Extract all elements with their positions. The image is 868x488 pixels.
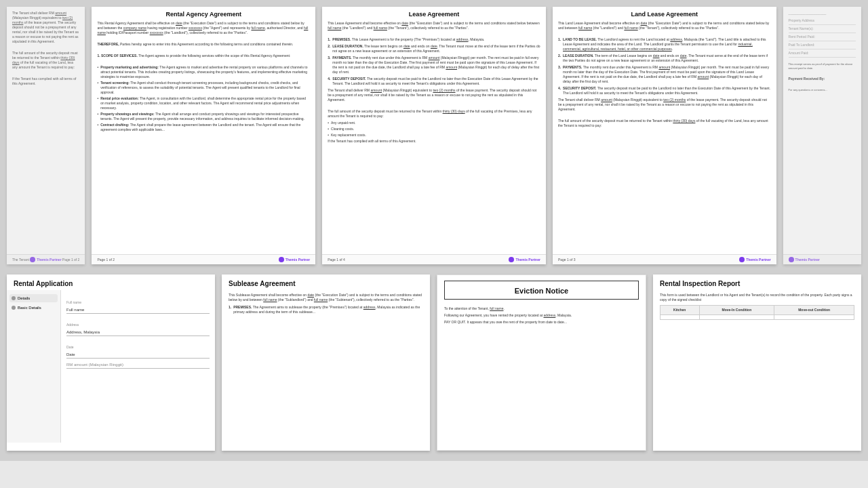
partial-left-footer: The Tenant Themis Partner Page 1 of 2 (7, 254, 85, 264)
field-label-3: Rent Period Paid: (789, 35, 815, 39)
main-area: The Tenant shall deliver RM amount (Mala… (0, 0, 868, 488)
partial-left-page: The Tenant (12, 258, 29, 262)
logo-text-3: Themis Partner (515, 258, 540, 262)
rental-agency-body: This Rental Agency Agreement shall be ef… (97, 21, 310, 132)
field-label-5: Amount Paid: (789, 51, 809, 56)
partial-card-left: The Tenant shall deliver RM amount (Mala… (7, 7, 85, 264)
eviction-notice-card: Eviction Notice To the attention of the … (437, 274, 646, 451)
rental-application-card: Rental Application Details Basic Details (7, 274, 215, 451)
field-label-address: Address (66, 323, 79, 327)
field-paid-to: Paid To Landlord: (789, 41, 856, 49)
eviction-notice-title: Eviction Notice (515, 287, 568, 295)
field-label-fullname: Full name (66, 300, 81, 304)
rental-inspection-card: Rental Inspection Report This form is us… (653, 274, 861, 451)
logo-icon (30, 257, 35, 262)
field-fullname: Full name Full name (66, 294, 210, 314)
lease-section-1: 1.PREMISES. This Lease Agreement is for … (328, 37, 540, 42)
field-property-address: Property Address (789, 17, 856, 25)
rental-app-form: Full name Full name Address Address, Mal… (61, 290, 215, 443)
rental-agency-card: Rental Agency Agreement This Rental Agen… (92, 7, 315, 264)
rental-agency-logo: Themis Partner (279, 257, 310, 262)
land-lease-card: Land Lease Agreement This Land Lease Agr… (553, 7, 776, 264)
land-lease-footer: Page 1 of 3 Themis Partner (553, 254, 776, 264)
rental-application-title: Rental Application (7, 274, 215, 290)
partial-right-body: ____________________ Property Address Te… (789, 11, 856, 92)
sidebar-item-details[interactable]: Details (9, 294, 58, 302)
field-amount: RM amount (Malaysian Ringgit) (66, 361, 210, 369)
bullet-screening: Tenant screening: The Agent shall conduc… (97, 81, 310, 95)
table-cell (774, 315, 854, 320)
lease-bullet-2: Cleaning costs. (328, 127, 540, 131)
top-row: The Tenant shall deliver RM amount (Mala… (0, 0, 868, 271)
table-row (660, 315, 854, 320)
logo-text-2: Themis Partner (285, 258, 310, 262)
field-label-2: Tenant Name(s): (789, 26, 814, 31)
rental-inspection-body: This form is used between the Landlord o… (653, 290, 861, 325)
land-lease-pagenum: Page 1 of 3 (558, 258, 576, 262)
land-lease-body: This Land Lease Agreement shall become e… (558, 21, 771, 128)
partial-right-logo: Themis Partner (789, 257, 820, 262)
land-section-3: 3.PAYMENTS. The monthly rent due under t… (558, 65, 771, 84)
receipt-fields: Property Address Tenant Name(s): Rent Pe… (789, 17, 856, 58)
sidebar-label-basic: Basic Details (18, 306, 41, 310)
partial-card-right: ____________________ Property Address Te… (783, 7, 861, 264)
lease-logo: Themis Partner (509, 257, 540, 262)
field-rent-period: Rent Period Paid: (789, 33, 856, 41)
lease-footer: Page 1 of 4 Themis Partner (322, 254, 546, 264)
bullet-pricing: Rental price evaluation: The Agent, in c… (97, 96, 310, 110)
eviction-title-box: Eviction Notice (444, 281, 639, 300)
field-value-address: Address, Malaysia (66, 329, 210, 336)
bullet-showings: Property showings and viewings: The Agen… (97, 112, 310, 121)
sublease-title: Sublease Agreement (222, 274, 430, 290)
land-lease-title: Land Lease Agreement (558, 11, 771, 18)
field-label-date: Date (66, 345, 74, 349)
field-value-date: Date (66, 351, 210, 359)
lease-agreement-title: Lease Agreement (328, 11, 540, 18)
field-value-amount: RM amount (Malaysian Ringgit) (66, 361, 210, 369)
field-tenant-name: Tenant Name(s): (789, 25, 856, 33)
bullet-contract: Contract drafting: The Agent shall prepa… (97, 123, 310, 132)
partial-left-content: The Tenant shall deliver RM amount (Mala… (7, 7, 85, 254)
field-label-1: Property Address (789, 18, 814, 23)
rental-agency-footer: Page 1 of 2 Themis Partner (92, 254, 315, 264)
lease-agreement-card: Lease Agreement This Lease Agreement sha… (322, 7, 546, 264)
rental-app-sidebar: Details Basic Details (7, 290, 61, 443)
sidebar-label-details: Details (18, 296, 30, 300)
field-address: Address Address, Malaysia (66, 317, 210, 336)
table-cell (660, 315, 700, 320)
lease-bullet-3: Key replacement costs. (328, 133, 540, 138)
field-amount-paid: Amount Paid: (789, 49, 856, 58)
land-section-1: 1.LAND TO BE LEASE. The Landlord agrees … (558, 37, 771, 52)
lease-agreement-content: Lease Agreement This Lease Agreement sha… (322, 7, 546, 254)
basic-icon (12, 306, 16, 310)
logo-text-5: Themis Partner (795, 258, 820, 262)
table-header-moveout: Move-out Condition (774, 306, 854, 315)
rental-agency-pagenum: Page 1 of 2 (97, 258, 115, 262)
rental-agency-content: Rental Agency Agreement This Rental Agen… (92, 7, 315, 254)
bottom-row: Rental Application Details Basic Details (0, 271, 868, 461)
sublease-section-1: 1. PREMISES. The Agreement aims to suble… (229, 305, 423, 314)
land-lease-content: Land Lease Agreement This Land Lease Agr… (553, 7, 776, 254)
partial-left-text: The Tenant shall deliver RM amount (Mala… (12, 11, 79, 86)
rental-inspection-title: Rental Inspection Report (653, 274, 861, 290)
lease-bullet-1: Any unpaid rent. (328, 121, 540, 125)
logo-icon-4 (739, 257, 745, 262)
land-lease-logo: Themis Partner (739, 257, 770, 262)
land-section-2: 2.LEASE DURATION. The term of the Land L… (558, 54, 771, 63)
table-header-movein: Move-In Condition (699, 306, 774, 315)
partial-right-footer: Themis Partner (783, 254, 861, 264)
field-date: Date Date (66, 339, 210, 359)
field-label-4: Paid To Landlord: (789, 43, 815, 47)
sublease-card: Sublease Agreement This Sublease Agreeme… (222, 274, 430, 451)
logo-text: Themis Partner (37, 258, 61, 262)
lease-section-4: 4.SECURITY DEPOSIT. The security deposit… (328, 77, 540, 86)
logo-icon-3 (509, 257, 514, 262)
lease-section-2: 2.LEASE DURATION. The lease term begins … (328, 44, 540, 54)
sublease-body: This Sublease Agreement shall become eff… (222, 290, 430, 319)
sidebar-item-basic[interactable]: Basic Details (9, 304, 58, 312)
logo-text-4: Themis Partner (746, 258, 770, 262)
land-section-4: 4.SECURITY DEPOSIT. The security deposit… (558, 86, 771, 96)
logo-icon-2 (279, 257, 284, 262)
field-value-fullname: Full name (66, 306, 210, 314)
table-header-kitchen: Kitchen (660, 306, 700, 315)
